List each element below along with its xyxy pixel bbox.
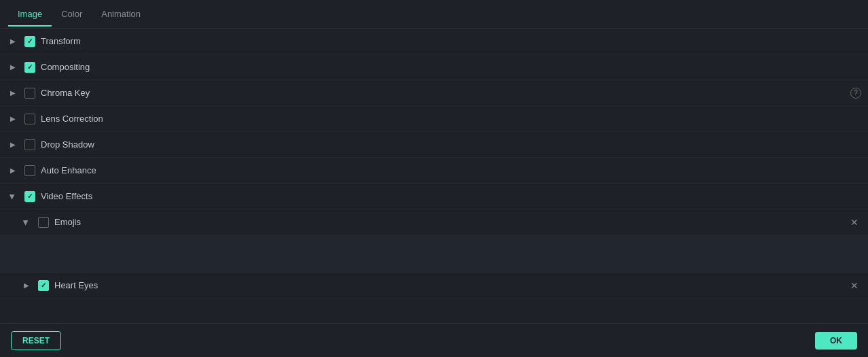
auto-enhance-chevron: ▶ <box>7 165 19 177</box>
chroma-key-chevron: ▶ <box>7 87 19 99</box>
emojis-row[interactable]: ▶ Emojis ✕ <box>0 209 868 235</box>
tab-color[interactable]: Color <box>52 2 92 26</box>
chroma-key-label: Chroma Key <box>41 88 846 98</box>
auto-enhance-row[interactable]: ▶ Auto Enhance <box>0 158 868 184</box>
ok-button[interactable]: OK <box>815 332 857 350</box>
lens-correction-chevron: ▶ <box>7 113 19 125</box>
video-effects-label: Video Effects <box>41 191 861 201</box>
compositing-row[interactable]: ▶ Compositing <box>0 54 868 80</box>
heart-eyes-row[interactable]: ▶ Heart Eyes ✕ <box>0 273 868 299</box>
video-effects-row[interactable]: ▶ Video Effects <box>0 184 868 209</box>
transform-label: Transform <box>41 36 861 46</box>
tabs-bar: Image Color Animation <box>0 0 868 29</box>
drop-shadow-checkbox[interactable] <box>24 139 35 150</box>
video-effects-checkbox[interactable] <box>24 191 35 202</box>
lens-correction-row[interactable]: ▶ Lens Correction <box>0 106 868 132</box>
auto-enhance-checkbox[interactable] <box>24 165 35 176</box>
heart-eyes-checkbox[interactable] <box>38 280 49 291</box>
compositing-chevron: ▶ <box>7 61 19 73</box>
lens-correction-label: Lens Correction <box>41 114 861 124</box>
properties-panel: ▶ Transform ▶ Compositing ▶ Chroma Key ?… <box>0 29 868 323</box>
heart-eyes-close-icon[interactable]: ✕ <box>848 279 861 292</box>
drop-shadow-label: Drop Shadow <box>41 139 861 150</box>
tab-animation[interactable]: Animation <box>92 2 150 26</box>
emojis-checkbox[interactable] <box>38 217 49 228</box>
video-effects-chevron: ▶ <box>7 191 19 203</box>
emojis-close-icon[interactable]: ✕ <box>848 216 861 229</box>
footer-bar: RESET OK <box>0 323 868 357</box>
heart-eyes-label: Heart Eyes <box>54 280 848 290</box>
reset-button[interactable]: RESET <box>11 331 61 350</box>
chroma-key-checkbox[interactable] <box>24 88 35 99</box>
transform-row[interactable]: ▶ Transform <box>0 29 868 54</box>
compositing-checkbox[interactable] <box>24 62 35 73</box>
chroma-key-help-icon[interactable]: ? <box>850 88 861 99</box>
lens-correction-checkbox[interactable] <box>24 114 35 124</box>
emojis-label: Emojis <box>54 217 848 227</box>
compositing-label: Compositing <box>41 62 861 72</box>
chroma-key-row[interactable]: ▶ Chroma Key ? <box>0 80 868 106</box>
transform-chevron: ▶ <box>7 35 19 48</box>
heart-eyes-chevron: ▶ <box>20 279 33 292</box>
drop-shadow-row[interactable]: ▶ Drop Shadow <box>0 132 868 158</box>
tab-image[interactable]: Image <box>8 2 52 26</box>
auto-enhance-label: Auto Enhance <box>41 165 861 175</box>
drop-shadow-chevron: ▶ <box>7 139 19 151</box>
transform-checkbox[interactable] <box>24 36 35 47</box>
emojis-chevron: ▶ <box>20 217 33 229</box>
emojis-expanded-content <box>0 235 868 273</box>
